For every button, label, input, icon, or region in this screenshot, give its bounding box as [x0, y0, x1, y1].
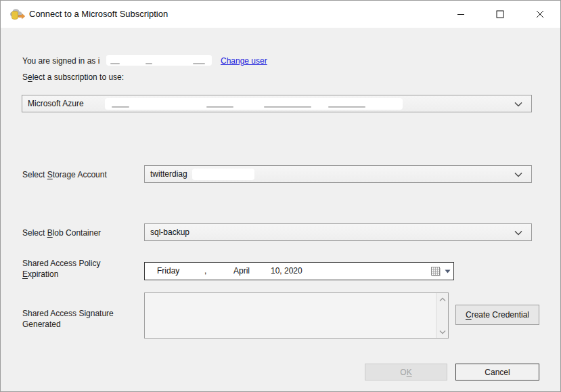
subscription-value: Microsoft Azure	[28, 99, 84, 108]
label-accelerator: S	[47, 170, 53, 179]
policy-expiration-label-line1: Shared Access Policy	[22, 259, 100, 268]
subscription-dropdown[interactable]: Microsoft Azure	[22, 95, 532, 112]
label-accelerator: C	[466, 310, 472, 320]
date-weekday[interactable]: Friday	[157, 266, 179, 276]
label-text: S	[22, 72, 28, 82]
blob-container-value: sql-backup	[150, 227, 189, 237]
signed-in-text: You are signed in as i	[22, 56, 99, 66]
minimize-button[interactable]	[445, 1, 476, 28]
chevron-down-icon	[514, 100, 523, 108]
label-accelerator: E	[22, 269, 28, 279]
title-bar: Connect to a Microsoft Subscription	[1, 1, 560, 28]
maximize-button[interactable]	[485, 1, 516, 28]
signature-label-line1: Shared Access Signature	[22, 309, 114, 318]
date-separator: ,	[204, 266, 206, 276]
connect-subscription-dialog: Connect to a Microsoft Subscription You …	[0, 0, 561, 392]
redaction-patch-subscription	[105, 98, 403, 110]
label-accelerator: K	[407, 368, 412, 377]
chevron-up-icon	[439, 297, 446, 302]
label-accelerator: B	[47, 228, 53, 238]
blob-container-label: Select Blob Container	[22, 228, 101, 238]
database-cloud-backup-icon	[9, 8, 26, 21]
close-icon	[536, 10, 544, 18]
signature-textarea[interactable]	[144, 292, 449, 339]
button-label: Cancel	[485, 368, 510, 377]
scroll-down-button[interactable]	[436, 326, 449, 338]
label-text: O	[400, 368, 406, 377]
label-text: lob Container	[53, 228, 101, 238]
expiration-date-picker[interactable]: Friday , April 10, 2020	[144, 262, 454, 280]
label-accelerator: e	[28, 72, 32, 82]
dropdown-arrow-icon	[445, 269, 451, 274]
date-day-year[interactable]: 10, 2020	[271, 266, 302, 276]
blob-container-dropdown[interactable]: sql-backup	[144, 223, 532, 241]
close-button[interactable]	[524, 1, 556, 28]
maximize-icon	[496, 10, 504, 18]
label-text: Select	[22, 170, 47, 179]
button-label: Create Credential	[466, 310, 529, 320]
minimize-icon	[457, 10, 465, 18]
chevron-down-icon	[514, 229, 523, 237]
change-user-link[interactable]: Change user	[221, 56, 267, 66]
label-text: Select	[22, 228, 47, 238]
signature-scrollbar[interactable]	[436, 293, 448, 338]
storage-account-value: twitterdiag	[150, 169, 187, 179]
cancel-button[interactable]: Cancel	[455, 364, 539, 380]
policy-expiration-label-line2: Expiration	[22, 269, 58, 279]
label-text: xpiration	[28, 269, 58, 279]
create-credential-button[interactable]: Create Credential	[455, 305, 539, 325]
button-label: OK	[400, 368, 411, 377]
redaction-patch-username	[106, 55, 212, 66]
calendar-icon	[430, 266, 442, 277]
subscription-label: Select a subscription to use:	[22, 72, 124, 82]
ok-button[interactable]: OK	[365, 364, 447, 380]
chevron-down-icon	[514, 171, 523, 179]
date-month[interactable]: April	[233, 266, 250, 276]
label-text: lect a subscription to use:	[32, 72, 124, 82]
label-text: reate Credential	[472, 310, 529, 320]
signature-value	[149, 296, 432, 335]
storage-account-dropdown[interactable]: twitterdiag	[144, 165, 532, 183]
signature-label-line2: Generated	[22, 320, 61, 329]
storage-account-label: Select Storage Account	[22, 170, 107, 179]
redaction-patch-storage	[192, 169, 254, 180]
label-text: torage Account	[53, 170, 107, 179]
window-title: Connect to a Microsoft Subscription	[29, 9, 168, 19]
scroll-up-button[interactable]	[436, 293, 449, 305]
calendar-dropdown-button[interactable]	[417, 264, 451, 278]
chevron-down-icon	[439, 330, 446, 334]
